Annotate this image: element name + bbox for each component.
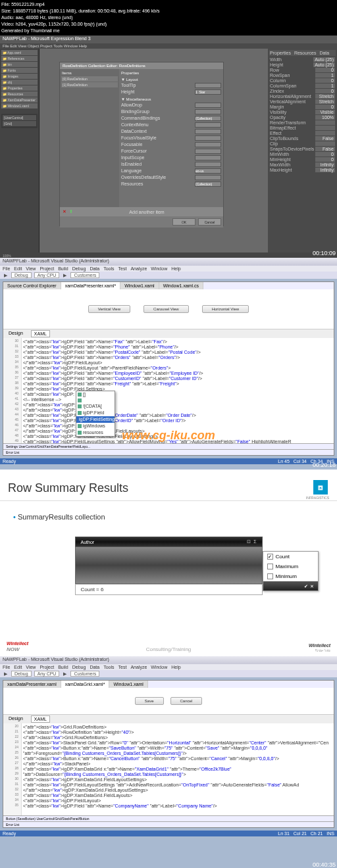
intellisense-item[interactable] xyxy=(76,398,115,403)
property-row[interactable]: RowSpan1 xyxy=(269,72,336,78)
menu-item[interactable]: Tools xyxy=(103,266,114,271)
menu-item[interactable]: Debug xyxy=(72,266,86,271)
tree-item[interactable]: 📁 Resources xyxy=(1,91,38,97)
designer-canvas[interactable]: Save Cancel xyxy=(3,688,334,714)
property-row[interactable]: ForceCursor xyxy=(120,148,222,155)
document-tab[interactable]: xamDataPresenter.xaml xyxy=(3,681,61,688)
pin-icon[interactable]: ⊡ xyxy=(247,539,251,544)
property-row[interactable]: ContextMenu xyxy=(120,122,222,128)
property-row[interactable]: BitmapEffect xyxy=(269,125,336,130)
property-row[interactable]: AllowDrop xyxy=(120,102,222,108)
property-row[interactable]: Margin0 xyxy=(269,104,336,109)
document-tab[interactable]: xamDataGrid.xaml* xyxy=(61,681,110,688)
property-row[interactable]: Opacity100% xyxy=(269,114,336,120)
menu-item[interactable]: Project xyxy=(39,266,54,271)
tree-item[interactable]: 📁 App.xaml xyxy=(1,50,38,55)
ok-button[interactable]: OK xyxy=(172,218,195,226)
menu-item[interactable]: Build xyxy=(58,266,68,271)
property-input[interactable] xyxy=(195,175,221,180)
property-row[interactable]: Resources xyxy=(120,181,222,187)
document-tab[interactable]: Window1.xaml xyxy=(109,681,148,688)
toolbar[interactable]: ▶Debug Any CPU ▶Customers xyxy=(0,670,337,677)
xaml-tab[interactable]: XAML xyxy=(31,330,50,337)
menu-item[interactable]: Data xyxy=(90,665,99,669)
property-row[interactable]: Effect xyxy=(269,130,336,135)
checkbox[interactable] xyxy=(267,564,273,569)
toolbar[interactable]: ▶Debug Any CPU ▶Customers xyxy=(0,272,337,279)
breadcrumb[interactable]: Settings UserControl/Grid/XamDataPresent… xyxy=(3,443,334,449)
tree-item[interactable]: 📁 Images xyxy=(1,74,38,79)
property-row[interactable]: InputScope xyxy=(120,155,222,161)
platform-dropdown[interactable]: Any CPU xyxy=(34,671,60,677)
menu-item[interactable]: File xyxy=(3,266,10,271)
menu-item[interactable]: Data xyxy=(90,266,99,271)
property-row[interactable]: Height xyxy=(120,89,222,95)
error-list-tab[interactable]: Error List xyxy=(3,821,334,827)
list-item[interactable]: [0] RowDefinition xyxy=(61,76,118,82)
project-panel[interactable]: 📁 App.xaml📁 References📁 bin📁 Fonts📁 Imag… xyxy=(0,49,39,253)
property-row[interactable]: Clip xyxy=(269,141,336,146)
property-row[interactable]: HorizontalAlignmentStretch xyxy=(269,93,336,99)
intellisense-item[interactable]: ![CDATA[ xyxy=(76,403,115,410)
summary-option[interactable]: ✔Count xyxy=(263,552,318,562)
property-row[interactable]: FocusVisualStyle xyxy=(120,135,222,141)
intellisense-item[interactable]: igWindows xyxy=(76,423,115,429)
menu-bar[interactable]: FileEditViewProjectBuildDebugDataToolsTe… xyxy=(0,664,337,670)
intellisense-item[interactable]: igDP:Field xyxy=(76,410,115,416)
menu-item[interactable]: Test xyxy=(118,266,127,271)
save-button[interactable]: Save xyxy=(135,697,164,705)
property-row[interactable]: HeightAuto (25) xyxy=(269,62,336,67)
tree-item[interactable]: [Grid] xyxy=(3,121,36,126)
property-row[interactable]: ClipToBoundsFalse xyxy=(269,135,336,141)
intellisense-popup[interactable]: []![CDATA[igDP:FieldigDP:FieldSettingsig… xyxy=(76,391,115,437)
property-row[interactable]: MaxWidthInfinity xyxy=(269,162,336,167)
property-row[interactable]: SnapsToDevicePixelsFalse xyxy=(269,146,336,151)
document-tab[interactable]: xamDataPresenter.xaml* xyxy=(61,282,120,289)
property-row[interactable]: OverridesDefaultStyle xyxy=(120,174,222,181)
property-row[interactable]: MinHeight0 xyxy=(269,157,336,162)
property-input[interactable] xyxy=(195,168,221,174)
document-tab[interactable]: Window1.xaml xyxy=(120,282,159,289)
checkbox[interactable] xyxy=(267,573,273,579)
menu-item[interactable]: Analyze xyxy=(130,266,147,271)
property-row[interactable]: MinWidth0 xyxy=(269,151,336,157)
cancel-button[interactable]: Cancel xyxy=(170,697,203,705)
design-tab[interactable]: Design xyxy=(6,330,26,337)
tree-item[interactable]: 📁 bin xyxy=(1,62,38,67)
property-row[interactable]: BindingGroup xyxy=(120,108,222,115)
code-editor[interactable]: 20212223242526272829303132333435 <"attr"… xyxy=(3,723,334,815)
designer-canvas[interactable]: Vertical View Carousel View Horizontal V… xyxy=(3,289,334,329)
property-input[interactable] xyxy=(195,116,221,121)
document-tab[interactable]: Source Control Explorer xyxy=(3,282,61,289)
property-input[interactable] xyxy=(195,135,221,141)
menu-item[interactable]: Test xyxy=(118,665,127,669)
menu-bar[interactable]: File Edit View Object Project Tools Wind… xyxy=(0,43,337,49)
property-input[interactable] xyxy=(195,89,221,95)
menu-item[interactable]: Edit xyxy=(14,266,22,271)
intellisense-item[interactable]: resources xyxy=(76,429,115,436)
config-dropdown[interactable]: Debug xyxy=(11,671,32,677)
document-tabs[interactable]: Source Control ExplorerxamDataPresenter.… xyxy=(3,282,334,289)
menu-item[interactable]: Project xyxy=(39,665,54,669)
remove-icon[interactable]: ✕ xyxy=(63,209,66,214)
menu-item[interactable]: Window xyxy=(151,266,167,271)
checkbox[interactable]: ✔ xyxy=(267,554,273,560)
property-row[interactable]: ZIndex0 xyxy=(269,88,336,93)
menu-item[interactable]: Build xyxy=(58,665,68,669)
menu-item[interactable]: Tools xyxy=(103,665,114,669)
xaml-tab[interactable]: XAML xyxy=(31,715,50,723)
summary-options-popup[interactable]: ✔CountMaximumMinimum ✔ ✕ xyxy=(263,551,319,591)
property-row[interactable]: WidthAuto (25) xyxy=(269,57,336,62)
sigma-icon[interactable]: Σ xyxy=(253,539,256,544)
property-input[interactable] xyxy=(195,155,221,160)
cancel-button[interactable]: Cancel xyxy=(198,218,221,226)
property-row[interactable]: Row0 xyxy=(269,67,336,72)
layout-section[interactable]: ▼ Layout xyxy=(120,77,222,82)
property-row[interactable]: RenderTransform xyxy=(269,120,336,125)
intellisense-item[interactable]: igDP:FieldSettings xyxy=(76,416,115,423)
property-row[interactable]: MaxHeightInfinity xyxy=(269,167,336,172)
property-row[interactable]: Language xyxy=(120,168,222,174)
objects-timeline[interactable]: [UserControl] [Grid] xyxy=(1,114,38,128)
tree-item[interactable]: 📁 obj xyxy=(1,80,38,85)
horizontal-view-button[interactable]: Horizontal View xyxy=(202,305,249,313)
